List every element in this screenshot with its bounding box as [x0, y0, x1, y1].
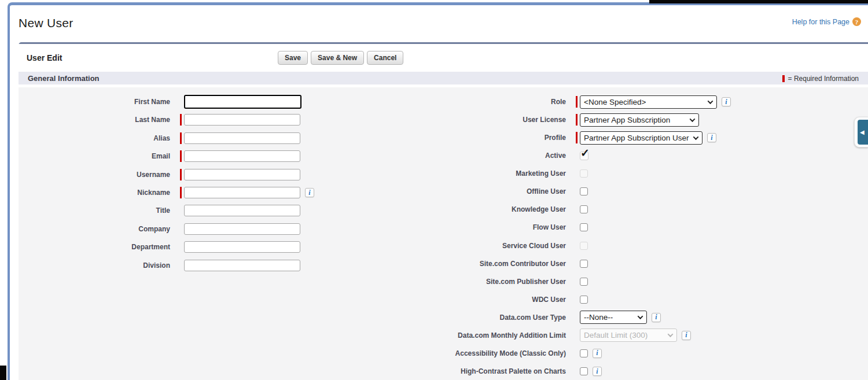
form-body: First NameLast NameAliasEmailUsernameNic… [19, 87, 868, 380]
chevron-down-icon [638, 313, 643, 319]
top-right-black-bar [649, 0, 868, 3]
section-title: General Information [28, 74, 100, 83]
department-input[interactable] [184, 241, 300, 253]
role-required-area [566, 95, 580, 108]
high-contrast-charts-required-area [566, 365, 580, 378]
user-license-select[interactable]: Partner App Subscription [580, 113, 699, 127]
datacom-monthly-limit-required-area [566, 329, 580, 342]
field-row-marketing-user: Marketing User [405, 166, 588, 181]
field-row-first-name: First Name [19, 94, 301, 109]
username-input[interactable] [184, 169, 300, 180]
collapse-sidebar-tab-body[interactable]: ◀ [858, 120, 868, 145]
field-row-active: Active✓ [405, 148, 589, 163]
datacom-user-type-required-area [566, 311, 580, 324]
active-label: Active [405, 152, 566, 160]
role-select[interactable]: <None Specified> [580, 95, 717, 109]
save-and-new-button[interactable]: Save & New [311, 51, 364, 65]
info-icon[interactable]: i [305, 188, 314, 197]
last-name-required-area [170, 113, 184, 126]
sitecom-publisher-required-area [566, 275, 580, 288]
title-required-area [170, 204, 184, 217]
user-license-required-area [566, 113, 580, 126]
datacom-monthly-limit-select: Default Limit (300) [580, 329, 677, 342]
help-link[interactable]: Help for this Page ? [792, 17, 861, 26]
help-icon[interactable]: ? [852, 17, 861, 26]
sitecom-contributor-label: Site.com Contributor User [405, 260, 566, 268]
save-button[interactable]: Save [278, 51, 308, 65]
cancel-button[interactable]: Cancel [367, 51, 403, 65]
required-legend: = Required Information [782, 75, 859, 83]
email-label: Email [19, 152, 170, 160]
sitecom-publisher-checkbox[interactable] [580, 278, 588, 286]
profile-select[interactable]: Partner App Subscription User [580, 131, 703, 145]
button-row: Save Save & New Cancel [278, 51, 403, 65]
info-icon[interactable]: i [593, 349, 602, 358]
role-selected-value: <None Specified> [584, 98, 646, 106]
nickname-input[interactable] [184, 187, 300, 198]
datacom-user-type-label: Data.com User Type [405, 313, 566, 322]
field-row-flow-user: Flow User [405, 220, 588, 235]
chevron-down-icon [693, 134, 699, 140]
high-contrast-charts-checkbox[interactable] [580, 367, 588, 375]
field-row-email: Email [19, 149, 300, 164]
last-name-input[interactable] [184, 114, 300, 126]
chevron-down-icon [668, 332, 674, 338]
service-cloud-user-checkbox [580, 242, 588, 250]
required-marker [576, 114, 578, 126]
sitecom-contributor-checkbox[interactable] [580, 260, 588, 268]
chevron-down-icon [708, 98, 713, 104]
marketing-user-label: Marketing User [405, 169, 566, 178]
flow-user-label: Flow User [405, 223, 566, 231]
company-required-area [170, 223, 184, 235]
alias-required-area [170, 132, 184, 145]
collapse-sidebar-tab[interactable]: ◀ [854, 117, 868, 147]
flow-user-required-area [566, 221, 580, 234]
username-label: Username [19, 171, 170, 179]
wdc-user-required-area [566, 293, 580, 306]
alias-input[interactable] [184, 132, 300, 144]
required-marker-legend [782, 75, 785, 82]
accessibility-mode-checkbox[interactable] [580, 349, 588, 357]
active-checkbox[interactable]: ✓ [580, 152, 589, 160]
sitecom-publisher-label: Site.com Publisher User [405, 278, 566, 286]
field-row-title: Title [19, 203, 300, 218]
profile-required-area [566, 131, 580, 144]
service-cloud-user-label: Service Cloud User [405, 242, 566, 250]
profile-label: Profile [405, 134, 566, 142]
profile-selected-value: Partner App Subscription User [584, 134, 689, 142]
offline-user-required-area [566, 185, 580, 198]
field-row-role: Role<None Specified>i [405, 94, 731, 109]
wdc-user-checkbox[interactable] [580, 296, 588, 304]
info-icon[interactable]: i [707, 133, 716, 142]
field-row-alias: Alias [19, 131, 300, 146]
field-row-offline-user: Offline User [405, 184, 588, 199]
info-icon[interactable]: i [652, 313, 661, 322]
field-row-division: Division [19, 258, 300, 273]
field-row-datacom-user-type: Data.com User Type--None--i [405, 310, 661, 325]
info-icon[interactable]: i [593, 367, 602, 376]
company-input[interactable] [184, 223, 300, 235]
required-marker [180, 169, 182, 180]
email-required-area [170, 150, 184, 163]
division-input[interactable] [184, 260, 300, 271]
page-content: New User Help for this Page ? User Edit … [10, 5, 868, 380]
offline-user-checkbox[interactable] [580, 187, 588, 195]
required-marker [576, 96, 578, 108]
info-icon[interactable]: i [682, 331, 691, 340]
page-title: New User [19, 16, 73, 30]
email-input[interactable] [184, 150, 300, 162]
field-row-username: Username [19, 167, 300, 182]
flow-user-checkbox[interactable] [580, 223, 588, 231]
general-information-header: General Information = Required Informati… [19, 72, 868, 85]
nickname-label: Nickname [19, 189, 170, 197]
info-icon[interactable]: i [722, 97, 731, 106]
knowledge-user-checkbox[interactable] [580, 205, 588, 213]
username-required-area [170, 168, 184, 181]
user-license-label: User License [405, 116, 566, 124]
datacom-user-type-select[interactable]: --None-- [580, 311, 647, 324]
first-name-input[interactable] [184, 95, 301, 109]
collapse-arrow-icon: ◀ [860, 129, 865, 135]
title-input[interactable] [184, 205, 300, 216]
division-required-area [170, 259, 184, 272]
field-row-department: Department [19, 239, 300, 254]
